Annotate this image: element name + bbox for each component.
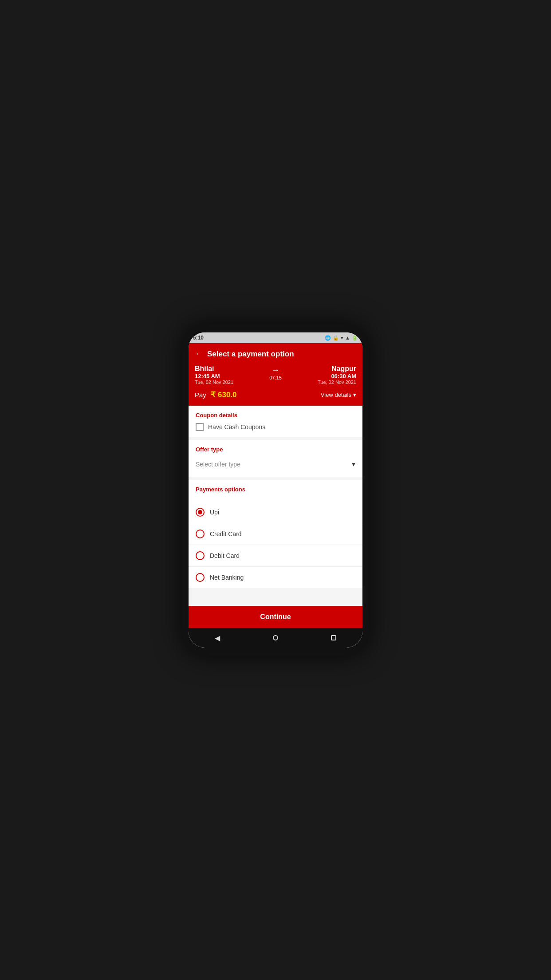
payments-section-header: Payments options: [189, 480, 362, 502]
offer-section-title: Offer type: [196, 446, 355, 453]
offer-section: Offer type Select offer type ▾: [189, 440, 362, 477]
payment-label-credit-card: Credit Card: [210, 530, 242, 537]
journey-duration: 07:15: [269, 375, 282, 380]
app-header: ← Select a payment option Bhilai 12:45 A…: [189, 343, 362, 406]
wifi-icon: ▾: [341, 335, 343, 341]
recents-nav-button[interactable]: [331, 635, 336, 640]
payment-option-debit-card[interactable]: Debit Card: [189, 545, 362, 567]
payment-label-net-banking: Net Banking: [210, 574, 244, 581]
payment-option-net-banking[interactable]: Net Banking: [189, 567, 362, 588]
phone-screen: 5:10 🌐 🔒 ▾ ▲ 🔋 ← Select a payment option…: [189, 332, 362, 648]
offer-chevron-icon: ▾: [352, 460, 355, 468]
origin-date: Tue, 02 Nov 2021: [195, 379, 233, 385]
radio-upi-inner: [198, 510, 202, 514]
page-title: Select a payment option: [207, 350, 294, 359]
view-details-button[interactable]: View details ▾: [321, 391, 356, 398]
status-icons: 🌐 🔒 ▾ ▲ 🔋: [325, 335, 358, 341]
coupon-section: Coupon details Have Cash Coupons: [189, 406, 362, 437]
destination-date: Tue, 02 Nov 2021: [318, 379, 356, 385]
journey-middle: → 07:15: [269, 365, 282, 380]
coupon-checkbox[interactable]: [196, 423, 204, 431]
destination-info: Nagpur 06:30 AM Tue, 02 Nov 2021: [318, 365, 356, 385]
status-time: 5:10: [193, 335, 204, 341]
pay-row: Pay ₹ 630.0 View details ▾: [195, 390, 356, 399]
pay-info: Pay ₹ 630.0: [195, 390, 237, 399]
back-nav-button[interactable]: ◀: [215, 634, 220, 642]
payments-section-title: Payments options: [196, 486, 355, 493]
destination-city: Nagpur: [318, 365, 356, 373]
battery-icon: 🔋: [352, 335, 358, 341]
offer-select-placeholder: Select offer type: [196, 461, 240, 468]
coupon-checkbox-row[interactable]: Have Cash Coupons: [196, 423, 355, 431]
origin-city: Bhilai: [195, 365, 233, 373]
payment-label-upi: Upi: [210, 509, 219, 516]
continue-button[interactable]: Continue: [189, 606, 362, 628]
world-icon: 🌐: [325, 335, 331, 341]
view-details-label: View details: [321, 391, 351, 398]
signal-icon: ▲: [345, 335, 350, 340]
payment-option-upi[interactable]: Upi: [189, 502, 362, 523]
coupon-checkbox-label: Have Cash Coupons: [208, 423, 265, 431]
payment-label-debit-card: Debit Card: [210, 552, 240, 559]
payments-section: Payments options Upi Credit Card: [189, 480, 362, 588]
origin-info: Bhilai 12:45 AM Tue, 02 Nov 2021: [195, 365, 233, 385]
coupon-section-title: Coupon details: [196, 412, 355, 419]
radio-upi[interactable]: [196, 508, 205, 517]
pay-label: Pay: [195, 391, 206, 399]
origin-time: 12:45 AM: [195, 373, 233, 379]
pay-amount: ₹ 630.0: [211, 391, 236, 399]
content-area: Coupon details Have Cash Coupons Offer t…: [189, 406, 362, 606]
header-title-row: ← Select a payment option: [195, 349, 356, 359]
journey-info: Bhilai 12:45 AM Tue, 02 Nov 2021 → 07:15…: [195, 365, 356, 385]
destination-time: 06:30 AM: [318, 373, 356, 379]
arrow-right-icon: →: [272, 366, 279, 375]
home-nav-button[interactable]: [273, 635, 278, 640]
status-bar: 5:10 🌐 🔒 ▾ ▲ 🔋: [189, 332, 362, 343]
lock-icon: 🔒: [333, 335, 339, 341]
radio-net-banking[interactable]: [196, 573, 205, 582]
back-button[interactable]: ←: [195, 349, 203, 359]
nav-bar: ◀: [189, 628, 362, 648]
phone-frame: 5:10 🌐 🔒 ▾ ▲ 🔋 ← Select a payment option…: [182, 324, 369, 656]
offer-select[interactable]: Select offer type ▾: [196, 457, 355, 471]
payment-option-credit-card[interactable]: Credit Card: [189, 523, 362, 545]
radio-debit-card[interactable]: [196, 551, 205, 560]
chevron-down-icon: ▾: [353, 391, 356, 398]
radio-credit-card[interactable]: [196, 530, 205, 538]
